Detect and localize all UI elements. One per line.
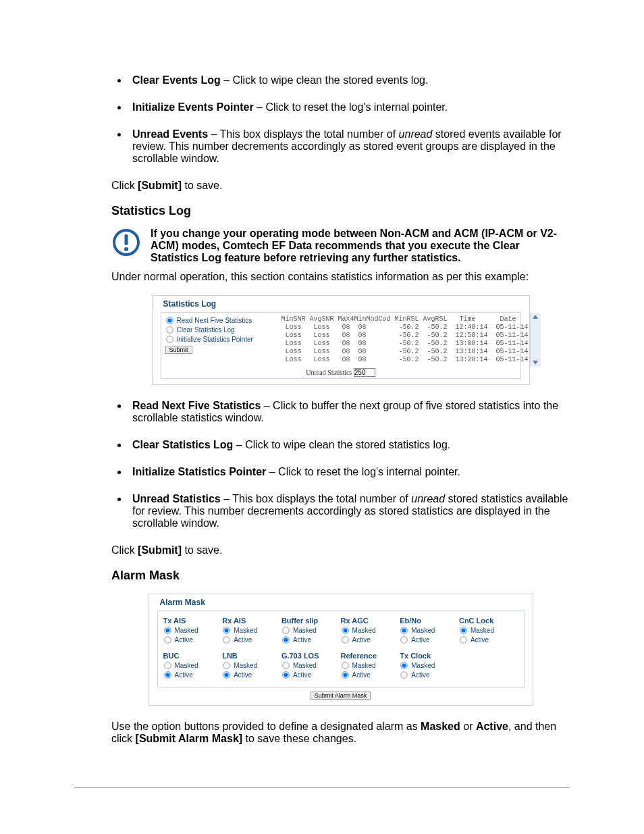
label: Masked [352,627,376,634]
alarm-option-masked[interactable]: Masked [281,626,336,635]
alarm-option-masked[interactable]: Masked [400,661,454,670]
alarm-col: Rx AGCMaskedActive [337,615,396,650]
list-item: Unread Events – This box displays the to… [128,128,570,165]
list-item: Clear Statistics Log – Click to wipe cle… [128,439,570,451]
scrollbar[interactable] [530,313,541,367]
label: Active [234,636,252,644]
alarm-col: CnC LockMaskedActive [455,615,514,650]
t: or [460,721,476,732]
label: Active [352,636,371,644]
label: Masked [352,662,376,669]
page-footer-rule [74,787,570,788]
alarm-option-masked[interactable]: Masked [222,661,276,670]
warning-icon [111,228,141,257]
label: Active [175,636,193,644]
alarm-header: BUC [163,652,217,660]
alarm-mask-heading: Alarm Mask [111,569,570,583]
t: to save these changes. [242,733,356,744]
alarm-header: CnC Lock [459,617,513,625]
alarm-option-masked[interactable]: Masked [163,626,217,635]
alarm-option-active[interactable]: Active [222,635,276,644]
label: Masked [175,662,198,669]
label: Active [411,636,429,644]
label: Unread Statistics [306,369,352,376]
alarm-option-active[interactable]: Active [341,671,395,679]
label: Active [471,636,489,644]
list-item: Initialize Statistics Pointer – Click to… [128,466,570,478]
alarm-col: Buffer slipMaskedActive [277,615,337,650]
alarm-option-masked[interactable]: Masked [400,626,454,635]
submit-button[interactable]: Submit [165,346,192,354]
term: Read Next Five Statistics [132,400,261,411]
panel-title: Alarm Mask [157,598,208,607]
t: [Submit] [138,180,182,191]
label: Masked [234,662,257,669]
chevron-down-icon[interactable] [533,361,538,365]
t: to save. [182,544,222,556]
desc: – Click to wipe clean the stored events … [221,74,429,86]
list-item: Clear Events Log – Click to wipe clean t… [128,74,570,86]
statistics-log-heading: Statistics Log [111,204,570,218]
warning-notice: If you change your operating mode betwee… [111,228,570,264]
radio-read-next-five[interactable]: Read Next Five Statistics [165,316,273,325]
panel-title: Statistics Log [161,299,219,309]
alarm-option-masked[interactable]: Masked [341,661,395,670]
unread-stats-row: Unread Statistics [161,367,520,378]
term: Initialize Statistics Pointer [132,466,266,477]
statistics-log-screenshot: Statistics Log Read Next Five Statistics… [152,295,530,385]
desc: – Click to reset the log's internal poin… [254,101,448,113]
list-item: Initialize Events Pointer – Click to res… [128,101,570,113]
alarm-header: Reference [341,652,395,660]
alarm-option-active[interactable]: Active [341,635,395,644]
alarm-col: Tx ClockMaskedActive [396,650,455,685]
stats-bullet-list: Read Next Five Statistics – Click to buf… [128,400,570,529]
label: Clear Statistics Log [177,326,235,334]
label: Masked [411,627,435,634]
alarm-header: G.703 LOS [281,652,336,660]
label: Active [411,671,429,679]
alarm-option-active[interactable]: Active [222,671,276,679]
alarm-option-active[interactable]: Active [281,635,336,644]
chevron-up-icon[interactable] [533,315,538,319]
unread-stats-input[interactable] [354,368,375,377]
submit-hint: Click [Submit] to save. [111,180,570,192]
term: Unread Statistics [132,493,221,504]
label: Masked [471,627,494,634]
term: Clear Statistics Log [132,439,233,450]
alarm-option-masked[interactable]: Masked [459,626,513,635]
desc: – Click to reset the log's internal poin… [266,466,460,477]
alarm-col: LNBMaskedActive [218,650,277,685]
desc: – Click to wipe clean the stored statist… [233,439,450,450]
alarm-header: Tx AIS [163,617,217,625]
t: Active [476,721,508,732]
alarm-option-masked[interactable]: Masked [163,661,217,670]
alarm-col: Rx AISMaskedActive [218,615,277,650]
radio-clear-stats-log[interactable]: Clear Statistics Log [165,325,273,334]
alarm-header: Buffer slip [281,617,336,625]
label: Masked [411,662,435,669]
t: [Submit] [138,544,182,556]
statlog-intro: Under normal operation, this section con… [111,271,570,283]
alarm-option-active[interactable]: Active [163,635,217,644]
submit-alarm-mask-button[interactable]: Submit Alarm Mask [311,692,371,700]
label: Active [352,671,371,679]
alarm-option-active[interactable]: Active [400,635,454,644]
radio-init-stats-pointer[interactable]: Initialize Statistics Pointer [165,335,273,344]
label: Masked [293,662,317,669]
alarm-option-active[interactable]: Active [281,671,336,679]
events-bullet-list: Clear Events Log – Click to wipe clean t… [128,74,570,165]
term: Unread Events [132,128,208,140]
alarm-header: Rx AIS [222,617,276,625]
t: to save. [182,180,222,191]
document-page: Clear Events Log – Click to wipe clean t… [0,0,644,834]
alarm-col: Eb/NoMaskedActive [396,615,455,650]
alarm-option-active[interactable]: Active [400,671,454,679]
alarm-option-masked[interactable]: Masked [281,661,336,670]
alarm-option-active[interactable]: Active [163,671,217,679]
submit-hint: Click [Submit] to save. [111,544,570,556]
t: Click [111,180,138,191]
alarm-option-active[interactable]: Active [459,635,513,644]
list-item: Read Next Five Statistics – Click to buf… [128,400,570,424]
alarm-option-masked[interactable]: Masked [341,626,395,635]
alarm-option-masked[interactable]: Masked [222,626,276,635]
